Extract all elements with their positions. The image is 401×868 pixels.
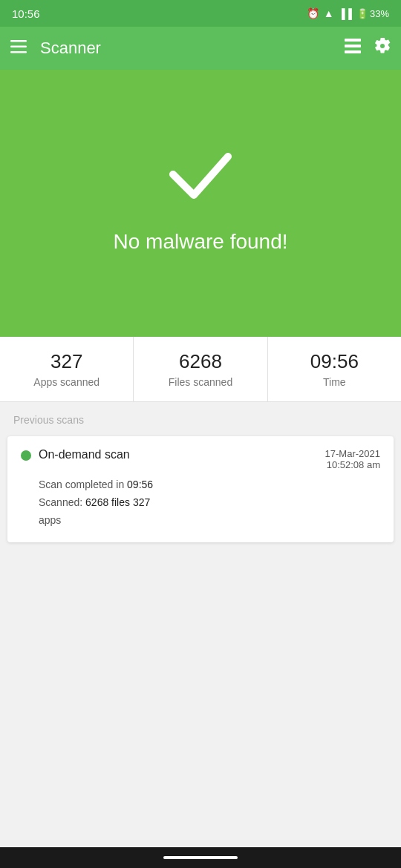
top-app-bar: Scanner — [0, 27, 401, 70]
scan-card-left: On-demand scan — [21, 448, 130, 461]
signal-icon: ▐▐ — [339, 8, 352, 19]
status-time: 10:56 — [12, 7, 40, 20]
time-label: Time — [323, 376, 346, 388]
files-scanned-label: Files scanned — [169, 376, 232, 388]
apps-scanned-value: 327 — [50, 350, 82, 373]
top-bar-actions — [345, 38, 391, 59]
previous-scans-header: Previous scans — [0, 402, 401, 432]
scan-card: On-demand scan 17-Mar-2021 10:52:08 am S… — [7, 436, 394, 542]
scan-status-dot — [21, 450, 31, 461]
svg-rect-0 — [10, 40, 27, 42]
home-pill — [163, 856, 238, 859]
battery-icon: 🔋 33% — [356, 8, 389, 19]
hero-section: No malware found! — [0, 70, 401, 337]
svg-rect-1 — [10, 46, 27, 48]
settings-icon[interactable] — [374, 38, 391, 59]
files-scanned-stat: 6268 Files scanned — [134, 337, 267, 401]
previous-scans-label: Previous scans — [13, 414, 84, 426]
files-scanned-value: 6268 — [179, 350, 222, 373]
scan-date: 17-Mar-2021 — [325, 448, 380, 459]
wifi-icon: ▲ — [324, 7, 334, 19]
stats-row: 327 Apps scanned 6268 Files scanned 09:5… — [0, 337, 401, 402]
battery-percent: 33% — [370, 8, 389, 19]
time-value: 09:56 — [310, 350, 359, 373]
svg-rect-3 — [345, 39, 361, 42]
scan-date-time: 17-Mar-2021 10:52:08 am — [325, 448, 380, 470]
status-icons: ⏰ ▲ ▐▐ 🔋 33% — [307, 7, 389, 19]
scan-name: On-demand scan — [39, 448, 130, 461]
svg-rect-5 — [345, 50, 361, 53]
apps-scanned-label: Apps scanned — [33, 376, 100, 388]
bottom-nav-bar — [0, 847, 401, 868]
scan-completion-line: Scan completed in 09:56 — [39, 476, 380, 494]
hero-message: No malware found! — [113, 230, 287, 254]
alarm-icon: ⏰ — [307, 7, 319, 19]
scan-card-header: On-demand scan 17-Mar-2021 10:52:08 am — [21, 448, 380, 470]
list-view-icon[interactable] — [345, 39, 361, 58]
scan-details: Scan completed in 09:56 Scanned: 6268 fi… — [21, 476, 380, 529]
svg-rect-2 — [10, 51, 27, 53]
hamburger-menu-icon[interactable] — [10, 40, 27, 56]
status-bar: 10:56 ⏰ ▲ ▐▐ 🔋 33% — [0, 0, 401, 27]
scan-time: 10:52:08 am — [325, 459, 380, 470]
scan-apps-line: apps — [39, 512, 380, 530]
scan-files-line: Scanned: 6268 files 327 — [39, 494, 380, 512]
svg-rect-4 — [345, 45, 361, 47]
app-title: Scanner — [40, 39, 345, 58]
checkmark-icon — [167, 146, 234, 215]
apps-scanned-stat: 327 Apps scanned — [0, 337, 134, 401]
time-stat: 09:56 Time — [268, 337, 401, 401]
